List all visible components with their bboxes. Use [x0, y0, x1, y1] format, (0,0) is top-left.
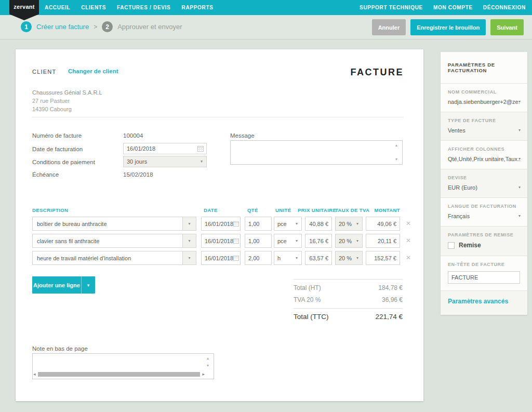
calendar-icon[interactable] — [233, 238, 239, 244]
line-unit-value: h — [277, 255, 281, 261]
nav-item-deconnexion[interactable]: DÉCONNEXION — [483, 5, 526, 10]
line-qty-input[interactable]: 1,00 — [245, 217, 272, 231]
message-textarea[interactable] — [230, 140, 403, 165]
delete-line-icon[interactable]: ✕ — [405, 254, 412, 261]
nav-item-accueil[interactable]: ACCUEIL — [45, 5, 70, 10]
line-vat-select[interactable]: 20 % ▾ — [335, 251, 363, 265]
remise-checkbox-label: Remise — [459, 242, 481, 249]
invoice-date-value: 16/01/2018 — [127, 145, 155, 152]
line-date-input[interactable]: 16/01/2018 — [201, 234, 241, 248]
calendar-icon[interactable] — [233, 255, 239, 261]
langue-select[interactable]: Français — [448, 213, 520, 219]
chevron-down-icon: ▾ — [518, 214, 521, 218]
scroll-left-icon[interactable]: ◂ — [33, 372, 36, 377]
line-unit-price-input[interactable]: 63,57 € — [305, 251, 332, 265]
en-tete-input[interactable] — [448, 271, 520, 284]
line-qty-value: 1,00 — [248, 221, 259, 227]
chevron-down-icon[interactable]: ▾ — [81, 276, 95, 294]
line-description-select[interactable]: clavier sans fil anthracite ▾ — [32, 234, 196, 248]
step-1-circle: 1 — [21, 21, 32, 32]
invoice-date-input[interactable]: 16/01/2018 — [123, 143, 207, 154]
calendar-icon[interactable] — [233, 221, 239, 227]
sidebar-section-nom-commercial: NOM COMMERCIAL nadja.siebenbuerger+2@ze.… — [441, 83, 527, 112]
line-unit-select[interactable]: h ▾ — [274, 251, 302, 265]
sidebar-title: PARAMÈTRES DE FACTURATION — [441, 52, 527, 83]
nav-item-clients[interactable]: CLIENTS — [81, 5, 106, 10]
payment-terms-value: 30 jours — [127, 158, 147, 165]
calendar-icon[interactable] — [197, 145, 204, 152]
subtotal-label: Total (HT) — [294, 284, 321, 291]
line-qty-input[interactable]: 2,00 — [245, 251, 272, 265]
add-line-label: Ajouter une ligne — [32, 276, 81, 294]
nom-commercial-select[interactable]: nadja.siebenbuerger+2@ze... — [448, 99, 520, 105]
afficher-colonnes-select[interactable]: Qté,Unité,Prix unitaire,Taux... — [448, 156, 520, 162]
line-unit-price-value: 40,88 € — [309, 221, 328, 227]
scroll-down-icon[interactable]: ▾ — [207, 364, 209, 368]
invoice-date-label: Date de facturation — [32, 146, 83, 152]
line-date-value: 16/01/2018 — [205, 221, 233, 227]
line-date-input[interactable]: 16/01/2018 — [201, 217, 241, 231]
line-qty-input[interactable]: 1,00 — [245, 234, 272, 248]
type-facture-select[interactable]: Ventes — [448, 127, 520, 134]
add-line-button[interactable]: Ajouter une ligne ▾ — [32, 276, 95, 294]
scroll-up-icon[interactable]: ▴ — [207, 356, 209, 361]
horizontal-scrollbar[interactable]: ◂ ▸ — [33, 371, 205, 377]
line-vat-select[interactable]: 20 % ▾ — [335, 234, 363, 248]
afficher-colonnes-label: AFFICHER COLONNES — [448, 147, 520, 152]
remise-checkbox[interactable] — [448, 242, 455, 249]
action-buttons: Annuler Enregistrer le brouillon Suivant — [372, 19, 524, 35]
chevron-down-icon: ▾ — [518, 185, 521, 190]
line-description-value: heure de travail matériel d'installation — [37, 255, 131, 261]
line-unit-select[interactable]: pce ▾ — [274, 234, 302, 248]
footer-note-label: Note en bas de page — [32, 345, 88, 352]
col-header-unit: UNITÉ — [275, 207, 291, 213]
scroll-down-icon[interactable]: ▾ — [395, 157, 397, 162]
payment-terms-select[interactable]: 30 jours ▾ — [123, 156, 207, 167]
chevron-down-icon: ▾ — [182, 217, 196, 230]
line-amount-input[interactable]: 49,06 € — [366, 217, 400, 231]
line-description-select[interactable]: boîtier de bureau anthracite ▾ — [32, 217, 196, 231]
line-description-select[interactable]: heure de travail matériel d'installation… — [32, 251, 196, 265]
vat-label: TVA 20 % — [294, 296, 321, 303]
nav-item-support[interactable]: SUPPORT TECHNIQUE — [360, 5, 423, 10]
scrollbar-thumb[interactable] — [38, 372, 201, 377]
chevron-down-icon: ▾ — [296, 239, 301, 243]
cancel-button[interactable]: Annuler — [372, 19, 406, 35]
client-section-label: CLIENT — [32, 69, 56, 75]
chevron-down-icon: ▾ — [296, 256, 301, 260]
line-qty-value: 1,00 — [248, 238, 259, 244]
line-unit-price-input[interactable]: 16,76 € — [305, 234, 332, 248]
chevron-down-icon: ▾ — [182, 234, 196, 247]
invoice-number-label: Numéro de facture — [32, 132, 82, 139]
scroll-right-icon[interactable]: ▸ — [202, 372, 205, 377]
sidebar-section-type-facture: TYPE DE FACTURE Ventes ▾ — [441, 112, 527, 140]
nav-item-rapports[interactable]: RAPPORTS — [181, 5, 213, 10]
delete-line-icon[interactable]: ✕ — [405, 237, 412, 244]
line-amount-input[interactable]: 152,57 € — [366, 251, 400, 265]
scroll-up-icon[interactable]: ▴ — [395, 143, 397, 148]
line-date-input[interactable]: 16/01/2018 — [201, 251, 241, 265]
devise-select[interactable]: EUR (Euro) — [448, 184, 520, 191]
advanced-settings-link[interactable]: Paramètres avancés — [448, 297, 520, 308]
chevron-down-icon: ▾ — [518, 156, 521, 161]
line-unit-select[interactable]: pce ▾ — [274, 217, 302, 231]
step-2-label[interactable]: Approuver et envoyer — [117, 23, 182, 31]
vat-value: 36,96 € — [382, 296, 403, 303]
chevron-down-icon: ▾ — [518, 128, 521, 132]
chevron-down-icon: ▾ — [518, 99, 521, 104]
step-1-label[interactable]: Créer une facture — [36, 23, 89, 31]
line-vat-select[interactable]: 20 % ▾ — [335, 217, 363, 231]
sidebar-section-devise: DEVISE EUR (Euro) ▾ — [441, 169, 527, 197]
nav-item-mon-compte[interactable]: MON COMPTE — [433, 5, 473, 10]
next-button[interactable]: Suivant — [490, 19, 524, 35]
chevron-down-icon: ▾ — [201, 160, 206, 164]
change-client-link[interactable]: Changer de client — [68, 68, 118, 74]
line-amount-value: 20,11 € — [378, 238, 396, 244]
line-unit-price-input[interactable]: 40,88 € — [305, 217, 332, 231]
save-draft-button[interactable]: Enregistrer le brouillon — [410, 19, 486, 35]
delete-line-icon[interactable]: ✕ — [405, 220, 412, 227]
line-amount-input[interactable]: 20,11 € — [366, 234, 400, 248]
remise-checkbox-row[interactable]: Remise — [448, 242, 520, 249]
divider — [32, 117, 404, 117]
nav-item-factures-devis[interactable]: FACTURES / DEVIS — [117, 5, 170, 10]
